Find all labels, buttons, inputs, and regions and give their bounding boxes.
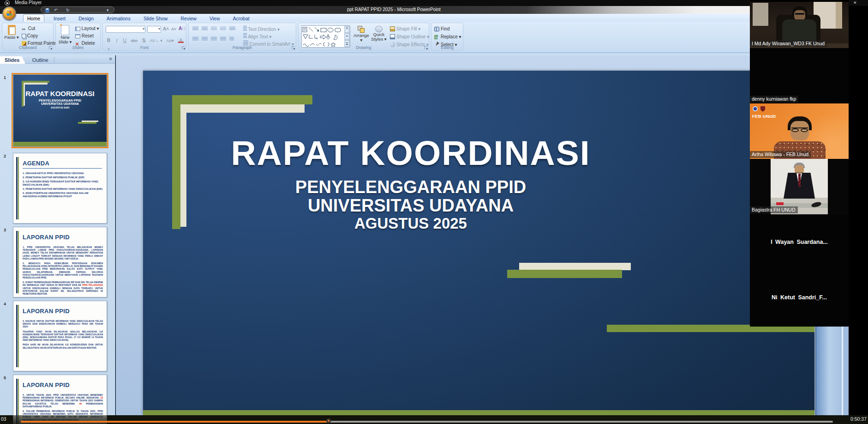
justify-button[interactable] — [220, 37, 226, 41]
text-direction-button[interactable]: Text Direction ▾ — [243, 26, 280, 32]
copy-button[interactable]: Copy — [22, 33, 38, 39]
quick-access-toolbar: ↶ ↻ ▾ — [41, 6, 114, 13]
participant-tile[interactable]: Bagiastra FH UNUD — [750, 159, 849, 214]
accent-bar — [18, 157, 19, 219]
tab-slides[interactable]: Slides — [0, 56, 25, 64]
tab-acrobat[interactable]: Acrobat — [229, 15, 253, 22]
font-color-button[interactable]: A — [178, 37, 184, 43]
body-text: TAHAPAN YANG AKAN DILAKUKAN ADALAH MELAK… — [23, 330, 103, 342]
align-left-button[interactable] — [192, 37, 198, 41]
strikethrough-button[interactable]: abe — [130, 38, 138, 43]
replace-icon: abac — [434, 35, 439, 40]
bold-button[interactable]: B — [106, 37, 112, 43]
align-right-button[interactable] — [211, 37, 217, 41]
participant-name: Ni Ketut Sandri_F... — [750, 294, 849, 301]
tab-slide-show[interactable]: Slide Show — [140, 15, 172, 22]
change-case-button[interactable]: Aa▾ — [165, 38, 174, 43]
clear-formatting-button[interactable]: A⃠ — [179, 26, 186, 31]
tab-outline[interactable]: Outline — [28, 56, 54, 64]
tab-home[interactable]: Home — [23, 14, 44, 22]
participant-tile[interactable]: I Wayan Suardana... — [750, 214, 849, 270]
tab-design[interactable]: Design — [75, 15, 97, 22]
reset-icon — [75, 34, 80, 38]
body-text: 1. PPID UNIVERSITAS UDAYANA TELAH MELAKU… — [23, 246, 103, 260]
participant-video — [750, 159, 849, 214]
group-label-paragraph: Paragraph — [189, 45, 296, 50]
paragraph-dialog-launcher[interactable] — [292, 46, 295, 49]
new-slide-button[interactable]: ✶ New Slide ▾ — [57, 25, 73, 44]
corner-bracket-olive-vertical — [172, 95, 180, 229]
mini-sub3: AGUSTUS 2025 — [13, 106, 107, 109]
text-shadow-button[interactable]: S — [141, 37, 147, 43]
arrange-button[interactable]: Arrange▾ — [353, 26, 370, 42]
shape-outline-button[interactable]: Shape Outline ▾ — [390, 34, 429, 40]
close-button[interactable]: ✕ — [853, 0, 857, 6]
seek-handle[interactable] — [326, 418, 331, 423]
align-text-button[interactable]: Align Text ▾ — [243, 33, 271, 40]
font-name-combobox[interactable] — [106, 26, 145, 33]
find-button[interactable]: Find — [434, 26, 449, 32]
numbering-button[interactable] — [202, 27, 208, 31]
slide-workspace: RAPAT KOORDINASI PENYELENGGARAAN PPID UN… — [116, 55, 815, 415]
layout-button[interactable]: Layout ▾ — [75, 26, 99, 31]
increase-indent-button[interactable] — [220, 27, 226, 31]
slide-thumbnail-4[interactable]: LAPORAN PPID4. KHUSUS UNTUK DAFTAR INFOR… — [13, 301, 107, 371]
agenda-item: 2. PENETAPAN DAFTAR INFORMASI PUBLIK (DI… — [23, 176, 103, 179]
shape-fill-button[interactable]: Shape Fill ▾ — [390, 26, 420, 32]
slide-thumbnail-1[interactable]: RAPAT KOORDINASIPENYELENGGARAAN PPIDUNIV… — [13, 74, 107, 147]
save-icon[interactable] — [45, 8, 49, 12]
columns-button[interactable] — [229, 37, 234, 41]
shapes-gallery[interactable] — [301, 25, 350, 48]
thumbnail-content-slide: LAPORAN PPID4. KHUSUS UNTUK DAFTAR INFOR… — [13, 301, 107, 371]
participant-tile[interactable]: FEB UNUDArtha Wibawa - FEB Unud — [750, 103, 849, 159]
participant-tile[interactable]: Ni Ketut Sandri_F... — [750, 270, 849, 325]
slide-subtitle-2: UNIVERSITAS UDAYANA — [198, 196, 623, 215]
quick-styles-icon — [375, 26, 383, 32]
shrink-font-button[interactable]: A˅ — [171, 26, 176, 32]
panel-close-icon[interactable]: ✕ — [109, 56, 113, 61]
align-center-button[interactable] — [202, 37, 208, 41]
accent-bar — [16, 305, 18, 367]
new-slide-icon: ✶ — [61, 25, 69, 35]
grow-font-button[interactable]: A˄ — [163, 26, 169, 32]
bullets-button[interactable] — [192, 27, 198, 31]
character-spacing-button[interactable]: AV↔ ▾ — [149, 38, 163, 43]
thumbnail-slide-title: LAPORAN PPID — [23, 234, 70, 241]
slide-thumbnail-3[interactable]: LAPORAN PPID1. PPID UNIVERSITAS UDAYANA … — [13, 227, 107, 297]
thumbnail-slide-body: 1. ARAHAN KETUA PPID UNIVERSITAS UDAYANA… — [23, 172, 103, 199]
paste-icon — [8, 25, 16, 35]
cut-button[interactable]: ✂ Cut — [22, 26, 35, 32]
slide-thumbnail-2[interactable]: AGENDA1. ARAHAN KETUA PPID UNIVERSITAS U… — [13, 153, 107, 224]
quick-styles-button[interactable]: Quick Styles ▾ — [371, 26, 387, 42]
report-paragraph: 3. SURAT PERMOHONAN PEMBAHARUAN DIP DAN … — [23, 281, 103, 295]
font-size-combobox[interactable] — [147, 26, 161, 33]
playback-overlay: 03 0:50:37 — [0, 415, 868, 424]
font-dialog-launcher[interactable] — [182, 46, 185, 49]
replace-button[interactable]: abacReplace ▾ — [434, 34, 461, 40]
participant-tile[interactable]: I Md Ady Wirawan_WD3 FK Unud — [750, 2, 849, 48]
office-button[interactable] — [2, 6, 16, 20]
italic-button[interactable]: I — [114, 38, 120, 43]
tab-insert[interactable]: Insert — [50, 15, 69, 22]
clipboard-dialog-launcher[interactable] — [49, 46, 52, 49]
qat-more-icon[interactable]: ▾ — [107, 8, 109, 12]
reset-button[interactable]: Reset — [75, 33, 94, 39]
undo-icon[interactable]: ↶ — [54, 8, 58, 12]
current-slide-canvas[interactable]: RAPAT KOORDINASI PENYELENGGARAAN PPID UN… — [143, 71, 814, 415]
underline-button[interactable]: U — [122, 37, 128, 43]
redo-icon[interactable]: ↻ — [66, 8, 70, 12]
corner-bracket-cream-horizontal — [180, 104, 305, 113]
tab-animations[interactable]: Animations — [103, 15, 134, 22]
tab-view[interactable]: View — [206, 15, 224, 22]
align-buttons-row — [192, 37, 234, 41]
participant-tile[interactable]: denny kurniawan fkp — [750, 48, 849, 103]
tab-review[interactable]: Review — [177, 15, 200, 22]
paste-button[interactable]: Paste ▾ — [3, 25, 20, 40]
line-spacing-button[interactable] — [229, 27, 235, 31]
participant-name: denny kurniawan fkp — [750, 96, 798, 103]
drawing-dialog-launcher[interactable] — [425, 46, 428, 49]
agenda-item: 5. KEIKUTSERTAAN UNIVERSITAS UDAYANA DAL… — [23, 192, 103, 198]
seek-bar[interactable] — [21, 421, 833, 423]
decrease-indent-button[interactable] — [211, 27, 217, 31]
media-player-window: Media Player — ❐ ✕ ↶ ↻ ▾ ppt RAPAT PPID … — [0, 0, 868, 424]
